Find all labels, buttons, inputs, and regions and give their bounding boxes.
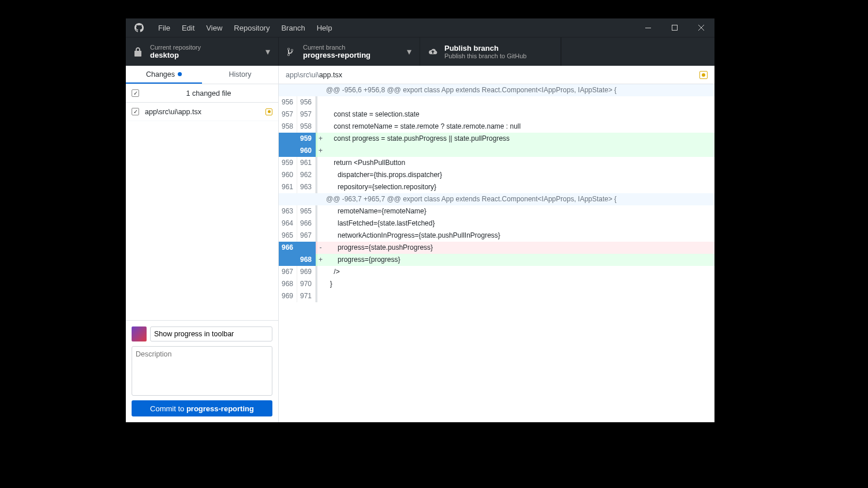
diff-file-path-prefix: app\src\ui\: [286, 71, 319, 79]
publish-branch-button[interactable]: Publish branch Publish this branch to Gi…: [420, 37, 561, 66]
line-number-new: 966: [297, 217, 316, 230]
diff-line[interactable]: 957957 const state = selection.state: [279, 108, 714, 121]
branch-selector-label: Current branch: [303, 44, 371, 51]
line-number-new: [297, 84, 316, 96]
line-number-new: 968: [297, 254, 316, 266]
diff-marker: [316, 290, 324, 302]
diff-marker: [316, 193, 324, 205]
diff-line[interactable]: 963965 remoteName={remoteName}: [279, 205, 714, 217]
diff-line[interactable]: 960+: [279, 145, 714, 157]
diff-line[interactable]: @@ -956,6 +956,8 @@ export class App ext…: [279, 84, 714, 96]
line-number-new: 956: [297, 96, 316, 108]
file-row[interactable]: app\src\ui\app.tsx: [126, 103, 278, 121]
diff-code: [324, 145, 714, 157]
diff-line[interactable]: 966- progress={state.pushProgress}: [279, 242, 714, 254]
diff-line[interactable]: 956956: [279, 96, 714, 108]
line-number-new: 971: [297, 290, 316, 302]
select-all-row[interactable]: 1 changed file: [126, 84, 278, 103]
diff-line[interactable]: 959+ const progress = state.pushProgress…: [279, 133, 714, 145]
diff-line[interactable]: 961963 repository={selection.repository}: [279, 181, 714, 193]
maximize-button[interactable]: [661, 18, 688, 37]
diff-body[interactable]: @@ -956,6 +956,8 @@ export class App ext…: [279, 84, 714, 422]
changes-indicator-dot: [178, 72, 182, 76]
close-button[interactable]: [688, 18, 714, 37]
commit-summary-input[interactable]: [150, 326, 272, 341]
line-number-new: 970: [297, 278, 316, 290]
diff-code: return <PushPullButton: [324, 157, 714, 169]
tab-changes-label: Changes: [146, 70, 175, 78]
file-list: 1 changed file app\src\ui\app.tsx: [126, 84, 278, 320]
line-number-new: 960: [297, 145, 316, 157]
line-number-old: [279, 84, 297, 96]
diff-file-name: app.tsx: [319, 71, 342, 79]
line-number-old: 966: [279, 242, 297, 254]
line-number-old: [279, 254, 297, 266]
diff-line[interactable]: 964966 lastFetched={state.lastFetched}: [279, 217, 714, 230]
diff-line[interactable]: 967969 />: [279, 266, 714, 278]
commit-button-prefix: Commit to: [150, 404, 186, 413]
repo-selector-value: desktop: [150, 51, 201, 59]
tab-changes[interactable]: Changes: [126, 66, 202, 84]
diff-line[interactable]: 965967 networkActionInProgress={state.pu…: [279, 230, 714, 242]
diff-code: const state = selection.state: [324, 108, 714, 121]
tab-history-label: History: [229, 70, 252, 78]
lock-icon: [134, 47, 143, 57]
diff-line[interactable]: 968970 }: [279, 278, 714, 290]
commit-button[interactable]: Commit to progress-reporting: [132, 400, 272, 416]
line-number-old: 967: [279, 266, 297, 278]
menu-branch[interactable]: Branch: [275, 18, 310, 37]
menu-view[interactable]: View: [200, 18, 228, 37]
main-body: Changes History 1 changed file app\src\u…: [126, 66, 714, 422]
sidebar: Changes History 1 changed file app\src\u…: [126, 66, 279, 422]
diff-code: const progress = state.pushProgress || s…: [324, 133, 714, 145]
diff-code: dispatcher={this.props.dispatcher}: [324, 169, 714, 181]
line-number-old: 957: [279, 108, 297, 121]
diff-code: remoteName={remoteName}: [324, 205, 714, 217]
diff-line[interactable]: 959961 return <PushPullButton: [279, 157, 714, 169]
diff-file-header: app\src\ui\app.tsx: [279, 66, 714, 84]
diff-marker: [316, 169, 324, 181]
line-number-new: 967: [297, 230, 316, 242]
diff-code: progress={progress}: [324, 254, 714, 266]
diff-code: @@ -963,7 +965,7 @@ export class App ext…: [324, 193, 714, 205]
diff-line[interactable]: 960962 dispatcher={this.props.dispatcher…: [279, 169, 714, 181]
select-all-checkbox[interactable]: [132, 89, 139, 97]
diff-marker: -: [316, 242, 324, 254]
line-number-old: [279, 133, 297, 145]
diff-pane: app\src\ui\app.tsx @@ -956,6 +956,8 @@ e…: [279, 66, 714, 422]
sidebar-tabs: Changes History: [126, 66, 278, 84]
titlebar: FileEditViewRepositoryBranchHelp: [126, 18, 714, 37]
diff-line[interactable]: 968+ progress={progress}: [279, 254, 714, 266]
tab-history[interactable]: History: [202, 66, 278, 84]
diff-line[interactable]: @@ -963,7 +965,7 @@ export class App ext…: [279, 193, 714, 205]
file-checkbox[interactable]: [132, 108, 139, 115]
svg-rect-1: [672, 25, 678, 31]
menu-file[interactable]: File: [152, 18, 176, 37]
menu-edit[interactable]: Edit: [176, 18, 200, 37]
line-number-old: [279, 145, 297, 157]
diff-code: progress={state.pushProgress}: [324, 242, 714, 254]
minimize-button[interactable]: [635, 18, 661, 37]
diff-code: lastFetched={state.lastFetched}: [324, 217, 714, 230]
diff-marker: [316, 96, 324, 108]
app-window: FileEditViewRepositoryBranchHelp Current…: [126, 18, 714, 422]
menu-repository[interactable]: Repository: [228, 18, 275, 37]
menu-help[interactable]: Help: [311, 18, 338, 37]
toolbar: Current repository desktop ▾ Current bra…: [126, 37, 714, 66]
modified-badge-icon: [699, 71, 708, 79]
repo-selector[interactable]: Current repository desktop ▾: [126, 37, 279, 66]
line-number-new: 965: [297, 205, 316, 217]
line-number-old: 956: [279, 96, 297, 108]
line-number-old: 958: [279, 121, 297, 133]
changed-files-count: 1 changed file: [145, 89, 272, 97]
diff-code: const remoteName = state.remote ? state.…: [324, 121, 714, 133]
chevron-down-icon: ▾: [407, 46, 411, 57]
line-number-old: 965: [279, 230, 297, 242]
diff-line[interactable]: 958958 const remoteName = state.remote ?…: [279, 121, 714, 133]
commit-description-input[interactable]: [132, 346, 272, 396]
diff-line[interactable]: 969971: [279, 290, 714, 302]
line-number-new: 963: [297, 181, 316, 193]
branch-selector[interactable]: Current branch progress-reporting ▾: [279, 37, 420, 66]
app-logo-icon: [126, 23, 152, 32]
cloud-upload-icon: [428, 47, 437, 57]
